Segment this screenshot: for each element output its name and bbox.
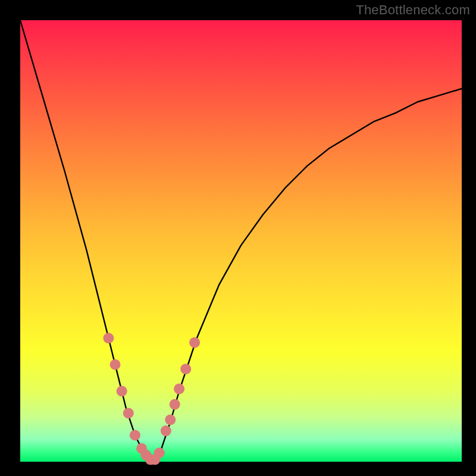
marker-dot [170, 399, 180, 410]
marker-dot [123, 408, 134, 418]
marker-dot [161, 425, 171, 436]
marker-dot [117, 386, 127, 396]
curve-line [20, 20, 462, 462]
marker-dot [154, 447, 165, 458]
marker-group [103, 333, 200, 465]
marker-dot [130, 430, 140, 440]
chart-svg [0, 0, 476, 476]
marker-dot [180, 364, 191, 374]
marker-dot [174, 384, 184, 394]
marker-dot [103, 333, 114, 343]
marker-dot [110, 359, 121, 370]
watermark-text: TheBottleneck.com [356, 2, 470, 18]
marker-dot [189, 337, 200, 348]
marker-dot [165, 415, 176, 425]
chart-canvas: TheBottleneck.com [0, 0, 476, 476]
